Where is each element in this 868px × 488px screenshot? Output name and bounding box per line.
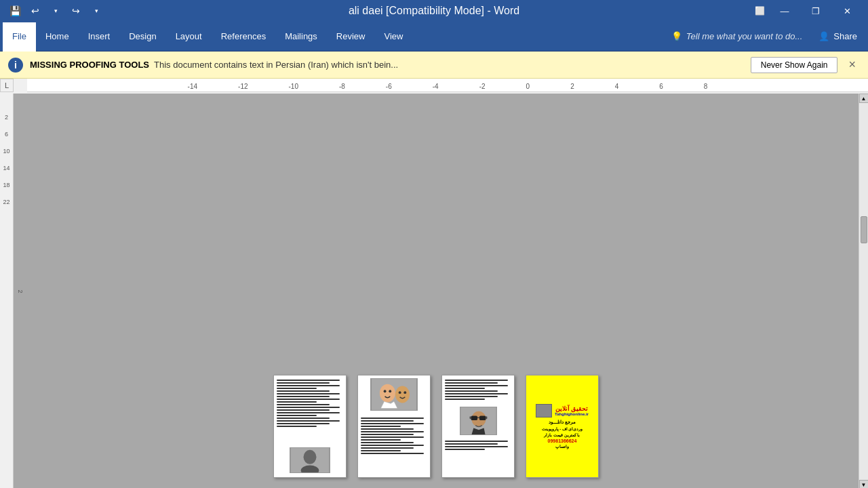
- page4-ad-content: تحقیق آنلاین Tahghighonline.ir مرجع دانل…: [526, 375, 598, 477]
- title-bar: 💾 ↩ ▾ ↪ ▾ ali daei [Compatibility Mode] …: [0, 0, 868, 22]
- restore-button[interactable]: ❐: [800, 0, 831, 22]
- page-thumb-2[interactable]: [357, 375, 431, 478]
- tab-design[interactable]: Design: [119, 22, 165, 52]
- svg-point-7: [384, 390, 387, 392]
- minimize-button[interactable]: —: [769, 0, 800, 22]
- page4-line3: با کمترین قیمت بازار: [544, 432, 580, 437]
- page4-app: واتساپ: [555, 444, 569, 449]
- page2-text-area: [358, 413, 430, 460]
- notification-text: MISSING PROOFING TOOLS This document con…: [30, 60, 744, 70]
- page1-text-area: [274, 375, 346, 432]
- page-markers-left: 2: [14, 289, 27, 293]
- ribbon-display-button[interactable]: ⬜: [750, 1, 769, 20]
- tab-insert[interactable]: Insert: [79, 22, 120, 52]
- save-button[interactable]: 💾: [5, 1, 24, 20]
- page4-title: تحقیق آنلاین: [555, 405, 589, 412]
- undo-dropdown-button[interactable]: ▾: [46, 1, 65, 20]
- document-area[interactable]: تحقیق آنلاین Tahghighonline.ir مرجع دانل…: [14, 94, 859, 488]
- customize-qat-button[interactable]: ▾: [87, 1, 106, 20]
- svg-rect-16: [469, 416, 471, 419]
- tell-me-bar[interactable]: 💡 Tell me what you want to do...: [663, 22, 811, 51]
- svg-point-10: [403, 391, 406, 394]
- page4-line1: مرجع دانلـــود: [549, 420, 576, 425]
- tab-view[interactable]: View: [374, 22, 412, 52]
- close-button[interactable]: ✕: [831, 0, 863, 22]
- ruler-row: L -14 -12 -10 -8 -6 -4 -2 0 2 4 6 8: [0, 79, 868, 94]
- share-button[interactable]: 👤 Share: [810, 22, 865, 51]
- page2-photo: [370, 378, 418, 411]
- notification-bar: i MISSING PROOFING TOOLS This document c…: [0, 52, 868, 79]
- tab-review[interactable]: Review: [327, 22, 375, 52]
- svg-point-8: [389, 390, 391, 392]
- never-show-again-button[interactable]: Never Show Again: [751, 57, 838, 73]
- main-area: 2 6 10 14 18 22: [0, 94, 868, 488]
- page3-photo: [460, 407, 497, 435]
- svg-point-5: [380, 384, 395, 403]
- vertical-scrollbar[interactable]: ▲ ▼: [859, 94, 868, 488]
- scroll-track[interactable]: [859, 103, 868, 480]
- horizontal-ruler: -14 -12 -10 -8 -6 -4 -2 0 2 4 6 8: [27, 79, 868, 92]
- tab-references[interactable]: References: [212, 22, 275, 52]
- svg-rect-14: [479, 415, 486, 420]
- vertical-ruler: 2 6 10 14 18 22: [0, 94, 14, 488]
- tab-stop-button[interactable]: L: [0, 79, 14, 92]
- svg-rect-17: [486, 416, 487, 419]
- scroll-down-button[interactable]: ▼: [859, 480, 869, 488]
- tab-file[interactable]: File: [3, 22, 36, 52]
- undo-button[interactable]: ↩: [26, 1, 45, 20]
- notification-close-button[interactable]: ×: [844, 58, 860, 72]
- page3-text-area-bottom: [442, 436, 514, 455]
- page4-line2: وردی‌ای اف - پاروپوینت: [542, 426, 583, 431]
- title-bar-title: ali daei [Compatibility Mode] - Word: [349, 5, 519, 16]
- tab-mailings[interactable]: Mailings: [275, 22, 327, 52]
- page4-url: Tahghighonline.ir: [555, 412, 589, 416]
- tab-layout[interactable]: Layout: [166, 22, 212, 52]
- svg-point-9: [399, 391, 401, 394]
- scroll-thumb[interactable]: [861, 216, 867, 243]
- page1-photo: [290, 447, 330, 473]
- svg-point-2: [304, 450, 317, 464]
- svg-point-6: [395, 386, 410, 403]
- pages-container: تحقیق آنلاین Tahghighonline.ir مرجع دانل…: [273, 375, 599, 478]
- svg-rect-13: [471, 415, 477, 420]
- page4-phone: 09981366624: [548, 439, 577, 443]
- page-thumb-4[interactable]: تحقیق آنلاین Tahghighonline.ir مرجع دانل…: [526, 375, 599, 478]
- scroll-up-button[interactable]: ▲: [859, 94, 869, 103]
- page-thumb-1[interactable]: [273, 375, 347, 478]
- ribbon: File Home Insert Design Layout Reference…: [0, 22, 868, 52]
- page-thumb-3[interactable]: [441, 375, 515, 478]
- person-icon: 👤: [818, 31, 829, 41]
- quick-access-toolbar: 💾 ↩ ▾ ↪ ▾: [5, 1, 106, 20]
- info-icon: i: [8, 58, 23, 73]
- page4-logo-img: [536, 404, 552, 418]
- redo-button[interactable]: ↪: [66, 1, 85, 20]
- lightbulb-icon: 💡: [671, 31, 682, 41]
- tab-home[interactable]: Home: [36, 22, 79, 52]
- page3-text-area-top: [442, 375, 514, 405]
